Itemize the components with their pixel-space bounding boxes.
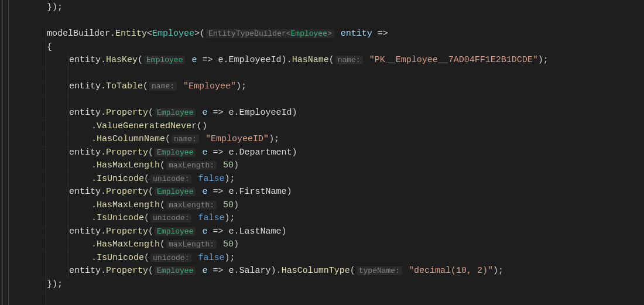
code-line[interactable]: .IsUnicode(unicode: false); <box>12 252 644 265</box>
code-line[interactable] <box>12 67 644 81</box>
code-line[interactable]: }); <box>12 278 644 292</box>
code-line[interactable]: entity.Property(Employee e => e.Departme… <box>12 146 644 160</box>
inlay-hint: unicode: <box>150 253 191 262</box>
inlay-hint: Employee <box>155 148 196 157</box>
code-line[interactable]: { <box>12 41 644 54</box>
code-line[interactable]: .ValueGeneratedNever() <box>12 120 644 133</box>
inlay-hint: maxLength: <box>166 240 217 249</box>
code-line[interactable]: .IsUnicode(unicode: false); <box>12 212 644 225</box>
inlay-hint: maxLength: <box>166 201 217 210</box>
inlay-hint: Employee <box>155 266 196 275</box>
code-line[interactable] <box>12 291 644 304</box>
code-line[interactable]: entity.Property(Employee e => e.Salary).… <box>12 265 644 278</box>
inlay-hint: Employee <box>155 187 196 196</box>
code-area[interactable]: }); modelBuilder.Entity<Employee>(Entity… <box>12 0 644 305</box>
code-line[interactable]: .HasMaxLength(maxLength: 50) <box>12 238 644 252</box>
code-line[interactable] <box>12 15 644 28</box>
code-line[interactable]: entity.Property(Employee e => e.FirstNam… <box>12 186 644 199</box>
inlay-hint: unicode: <box>150 174 191 183</box>
inlay-hint: name: <box>335 56 363 64</box>
code-editor[interactable]: }); modelBuilder.Entity<Employee>(Entity… <box>0 0 644 305</box>
inlay-hint: name: <box>172 135 199 143</box>
inlay-hint: Employee <box>155 227 196 236</box>
inlay-hint: EntityTypeBuilder<Employee> <box>206 29 334 38</box>
code-line[interactable]: entity.Property(Employee e => e.LastName… <box>12 225 644 239</box>
code-line[interactable]: entity.ToTable(name: "Employee"); <box>12 80 644 94</box>
code-line[interactable]: entity.Property(Employee e => e.Employee… <box>12 107 644 120</box>
inlay-hint: Employee <box>155 108 196 117</box>
code-line[interactable]: }); <box>12 1 644 15</box>
code-line[interactable]: .HasMaxLength(maxLength: 50) <box>12 159 644 173</box>
inlay-hint: Employee <box>144 56 185 64</box>
folding-gutter <box>0 0 12 305</box>
code-line[interactable]: .IsUnicode(unicode: false); <box>12 173 644 186</box>
inlay-hint: typeName: <box>357 266 402 275</box>
code-line[interactable]: modelBuilder.Entity<Employee>(EntityType… <box>12 28 644 41</box>
inlay-hint: name: <box>149 82 177 91</box>
code-line[interactable] <box>12 94 644 107</box>
code-line[interactable]: .HasMaxLength(maxLength: 50) <box>12 199 644 213</box>
inlay-hint: unicode: <box>150 214 191 222</box>
inlay-hint: maxLength: <box>166 161 217 170</box>
code-line[interactable]: .HasColumnName(name: "EmployeeID"); <box>12 133 644 146</box>
code-line[interactable]: entity.HasKey(Employee e => e.EmployeeId… <box>12 54 644 67</box>
